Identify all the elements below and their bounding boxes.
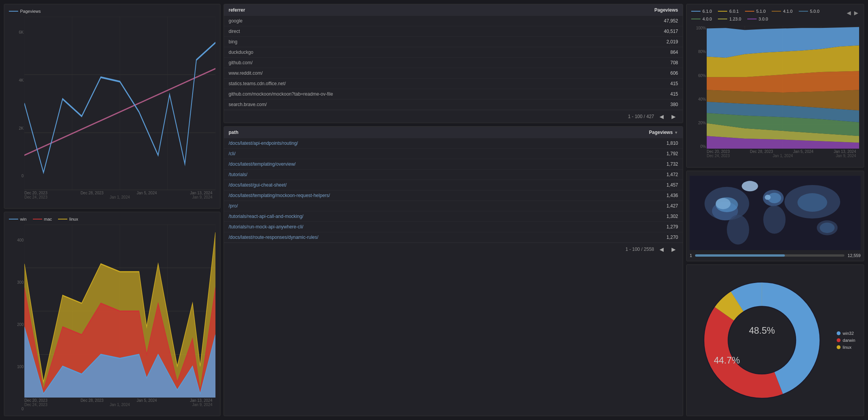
table-row: google47,952 [224,16,683,26]
table-row: /docs/latest/api-endpoints/routing/ 1,81… [224,138,683,149]
table-row: /tutorials/ 1,472 [224,170,683,180]
donut-svg: 48.5% 44.7% [695,273,829,407]
version-chart-panel: 6.1.0 6.0.1 5.1.0 4.1.0 [686,4,864,168]
referrer-table: referrer Pageviews google47,952 direct40… [224,4,683,123]
sort-arrow-icon: ▼ [674,130,678,135]
pageviews-col-header: Pageviews [654,7,678,13]
chart-prev-arrow[interactable]: ◀ [846,9,852,17]
pageviews-legend-label: Pageviews [20,9,41,14]
slider-track[interactable] [695,254,844,257]
ver-6.1.0: 6.1.0 [691,9,712,14]
version-x-labels-top: Dec 20, 2023 Dec 28, 2023 Jan 5, 2024 Ja… [691,149,859,154]
table-row: /cli/ 1,792 [224,149,683,159]
svg-text:48.5%: 48.5% [749,325,775,336]
ver-5.0.0: 5.0.0 [799,9,819,14]
path-link[interactable]: /docs/latest/api-endpoints/routing/ [229,141,298,146]
table-row: statics.teams.cdn.office.net/415 [224,79,683,89]
path-next-btn[interactable]: ▶ [669,245,678,253]
mac-legend-label: mac [44,217,52,221]
os-x-labels-bot: Dec 24, 2023 Jan 1, 2024 Jan 9, 2024 [9,403,215,407]
path-link[interactable]: /docs/latest/route-responses/dynamic-rul… [229,235,318,240]
path-link[interactable]: /cli/ [229,151,236,156]
slider-max-label: 12,559 [847,253,861,258]
world-map-panel: 1 12,559 [686,171,864,261]
ver-6.0.1: 6.0.1 [718,9,738,14]
svg-point-51 [798,193,827,212]
linux-legend-color [58,219,67,219]
ver-1.23.0: 1.23.0 [718,17,741,21]
table-row: /docs/latest/templating/overview/ 1,732 [224,159,683,170]
os-legend: win mac linux [9,217,215,221]
version-svg [707,26,859,149]
os-y-axis: 400 300 200 100 0 [13,238,24,411]
table-row: /docs/latest/route-responses/dynamic-rul… [224,232,683,243]
pageviews-svg [24,17,215,190]
svg-point-53 [820,223,834,233]
world-map [690,174,861,252]
os-x-labels-top: Dec 20, 2023 Dec 28, 2023 Jan 5, 2024 Ja… [9,398,215,403]
path-col-header: path [229,130,238,135]
os-chart-panel: win mac linux 400 300 200 100 0 [4,212,220,417]
donut-legend: win32 darwin linux [837,331,855,350]
os-legend-win: win [9,217,27,221]
ver-3.0.0: 3.0.0 [747,17,768,21]
path-link[interactable]: /pro/ [229,203,238,209]
pageviews-y-axis: 6K 4K 2K 0 [13,30,24,178]
table-row: duckduckgo864 [224,47,683,58]
path-table: path Pageviews ▼ /docs/latest/api-endpoi… [224,126,683,416]
donut-win32: win32 [837,331,855,336]
chart-next-arrow[interactable]: ▶ [853,9,859,17]
slider-min-label: 1 [690,253,692,258]
table-row: search.brave.com/380 [224,99,683,110]
table-row: /docs/latest/templating/mockoon-request-… [224,190,683,201]
svg-text:44.7%: 44.7% [714,355,740,366]
svg-point-45 [727,215,749,245]
version-y-axis: 100% 80% 60% 40% 20% 0% [695,26,706,149]
path-prev-btn[interactable]: ◀ [657,245,666,253]
pageviews-legend-color [9,11,18,12]
pageviews-chart-panel: Pageviews 6K 4K 2K 0 [4,4,220,209]
os-svg [24,225,215,398]
pageviews-legend-item: Pageviews [9,9,41,14]
svg-point-55 [765,195,771,200]
path-link[interactable]: /tutorials/react-api-call-and-mocking/ [229,214,303,219]
table-row: bing2,019 [224,37,683,47]
svg-point-47 [763,206,786,234]
path-table-header: path Pageviews ▼ [224,127,683,138]
path-pageviews-col-header: Pageviews ▼ [649,130,678,135]
pageviews-x-labels-top: Dec 20, 2023 Dec 28, 2023 Jan 5, 2024 Ja… [9,190,215,195]
ver-5.1.0: 5.1.0 [745,9,765,14]
path-link[interactable]: /tutorials/run-mock-api-anywhere-cli/ [229,224,303,230]
path-pagination: 1 - 100 / 2558 ◀ ▶ [224,243,683,255]
win-legend-color [9,219,18,219]
table-row: github.com/mockoon/mockoon?tab=readme-ov… [224,89,683,99]
referrer-prev-btn[interactable]: ◀ [657,113,666,120]
ver-4.0.0: 4.0.0 [691,17,712,21]
world-map-svg [690,174,861,252]
donut-container: 48.5% 44.7% win32 darwin linux [691,269,859,411]
version-legend: 6.1.0 6.0.1 5.1.0 4.1.0 [691,9,838,21]
os-legend-mac: mac [33,217,52,221]
donut-chart-panel: 48.5% 44.7% win32 darwin linux [686,264,864,416]
table-row: /tutorials/run-mock-api-anywhere-cli/ 1,… [224,222,683,232]
chart-nav: ◀ ▶ [846,9,859,17]
pageviews-legend: Pageviews [9,9,215,14]
table-row: /pro/ 1,427 [224,201,683,211]
mac-legend-color [33,219,42,219]
table-row: www.reddit.com/606 [224,68,683,79]
os-legend-linux: linux [58,217,78,221]
path-link[interactable]: /docs/latest/gui-cheat-sheet/ [229,182,287,188]
path-link[interactable]: /docs/latest/templating/overview/ [229,161,296,167]
referrer-next-btn[interactable]: ▶ [669,113,678,120]
slider-fill [695,254,785,257]
path-link[interactable]: /tutorials/ [229,172,248,177]
path-link[interactable]: /docs/latest/templating/mockoon-request-… [229,193,330,198]
pageviews-x-labels-bot: Dec 24, 2023 Jan 1, 2024 Jan 9, 2024 [9,195,215,199]
donut-linux: linux [837,345,855,350]
svg-point-56 [716,198,730,209]
table-row: /docs/latest/gui-cheat-sheet/ 1,457 [224,180,683,190]
referrer-pagination: 1 - 100 / 427 ◀ ▶ [224,110,683,123]
svg-point-54 [742,181,758,192]
table-row: /tutorials/react-api-call-and-mocking/ 1… [224,211,683,222]
donut-darwin: darwin [837,338,855,343]
